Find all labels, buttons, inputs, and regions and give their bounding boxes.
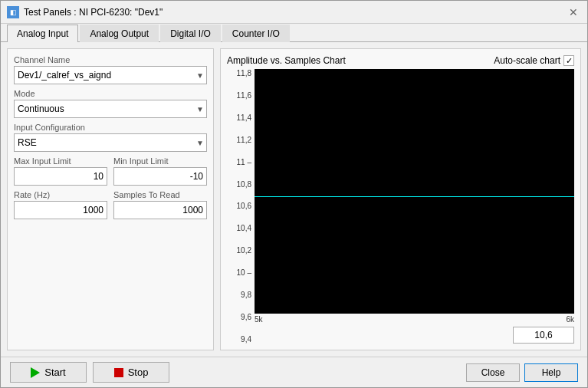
tab-bar: Analog Input Analog Output Digital I/O C… <box>1 24 587 42</box>
autoscale-checkbox[interactable]: ✓ <box>563 55 574 66</box>
stop-label: Stop <box>128 367 149 378</box>
chart-title: Amplitude vs. Samples Chart <box>227 55 346 66</box>
max-input-label: Max Input Limit <box>14 156 107 166</box>
rate-label: Rate (Hz) <box>14 190 107 199</box>
tab-analog-input[interactable]: Analog Input <box>7 25 78 42</box>
y-label-9: 10 – <box>237 268 251 277</box>
x-label-end: 6k <box>566 315 574 324</box>
chart-value-input[interactable] <box>513 327 574 344</box>
main-content: Channel Name Dev1/_calref_vs_aignd ▼ Mod… <box>1 42 587 357</box>
channel-name-label: Channel Name <box>14 55 207 64</box>
samples-field[interactable] <box>113 201 207 219</box>
help-button[interactable]: Help <box>524 363 578 382</box>
close-dialog-button[interactable]: Close <box>466 363 520 382</box>
min-input-field[interactable] <box>113 167 207 186</box>
min-input-group: Min Input Limit <box>113 156 207 186</box>
close-button[interactable]: ✕ <box>566 5 581 20</box>
stop-icon <box>114 368 123 377</box>
rate-samples-row: Rate (Hz) Samples To Read <box>14 190 207 219</box>
chart-area: 11,8 11,6 11,4 11,2 11 – 10,8 10,6 10,4 … <box>227 69 574 344</box>
action-buttons: Start Stop <box>10 362 169 383</box>
y-axis: 11,8 11,6 11,4 11,2 11 – 10,8 10,6 10,4 … <box>227 69 255 344</box>
bottom-bar: Start Stop Close Help <box>1 357 587 387</box>
rate-group: Rate (Hz) <box>14 190 107 219</box>
rate-field[interactable] <box>14 201 107 219</box>
x-label-start: 5k <box>255 315 263 324</box>
channel-name-wrapper: Dev1/_calref_vs_aignd ▼ <box>14 66 207 84</box>
limits-row: Max Input Limit Min Input Limit <box>14 156 207 186</box>
mode-label: Mode <box>14 89 207 98</box>
tab-analog-output[interactable]: Analog Output <box>80 25 159 42</box>
y-label-2: 11,4 <box>237 113 251 122</box>
max-input-group: Max Input Limit <box>14 156 107 186</box>
input-config-wrapper: RSE ▼ <box>14 133 207 152</box>
play-icon <box>31 367 40 378</box>
chart-inner: 5k 6k <box>255 69 574 344</box>
mode-wrapper: Continuous ▼ <box>14 100 207 118</box>
min-input-label: Min Input Limit <box>113 156 207 166</box>
mode-group: Mode Continuous ▼ <box>14 89 207 118</box>
signal-line <box>255 196 574 197</box>
y-label-4: 11 – <box>237 158 251 166</box>
right-panel: Amplitude vs. Samples Chart Auto-scale c… <box>220 48 581 350</box>
y-label-7: 10,4 <box>237 224 251 232</box>
left-panel: Channel Name Dev1/_calref_vs_aignd ▼ Mod… <box>7 48 214 350</box>
input-config-group: Input Configuration RSE ▼ <box>14 123 207 152</box>
tab-counter-io[interactable]: Counter I/O <box>222 25 290 42</box>
mode-select[interactable]: Continuous <box>14 100 207 118</box>
y-label-0: 11,8 <box>237 69 251 77</box>
start-label: Start <box>44 367 65 378</box>
autoscale-label-group: Auto-scale chart ✓ <box>494 55 574 66</box>
tab-digital-io[interactable]: Digital I/O <box>160 25 221 42</box>
y-label-10: 9,8 <box>241 291 251 299</box>
autoscale-text: Auto-scale chart <box>494 55 560 66</box>
y-label-8: 10,2 <box>237 246 251 255</box>
stop-button[interactable]: Stop <box>93 362 169 383</box>
chart-plot <box>255 69 574 314</box>
max-input-field[interactable] <box>14 167 107 186</box>
window-title: Test Panels : NI PCI-6230: "Dev1" <box>24 7 163 18</box>
app-icon: ◧ <box>7 6 19 18</box>
channel-name-select[interactable]: Dev1/_calref_vs_aignd <box>14 66 207 84</box>
dialog-buttons: Close Help <box>466 363 578 382</box>
chart-header: Amplitude vs. Samples Chart Auto-scale c… <box>227 55 574 66</box>
input-config-label: Input Configuration <box>14 123 207 132</box>
channel-name-group: Channel Name Dev1/_calref_vs_aignd ▼ <box>14 55 207 84</box>
start-button[interactable]: Start <box>10 362 87 383</box>
y-label-6: 10,6 <box>237 202 251 210</box>
y-label-12: 9,4 <box>241 335 251 344</box>
title-bar: ◧ Test Panels : NI PCI-6230: "Dev1" ✕ <box>1 1 587 24</box>
y-label-3: 11,2 <box>237 136 251 144</box>
y-label-11: 9,6 <box>241 313 251 321</box>
title-bar-left: ◧ Test Panels : NI PCI-6230: "Dev1" <box>7 6 163 18</box>
y-label-1: 11,6 <box>237 91 251 100</box>
y-label-5: 10,8 <box>237 180 251 189</box>
main-window: ◧ Test Panels : NI PCI-6230: "Dev1" ✕ An… <box>0 0 588 388</box>
input-config-select[interactable]: RSE <box>14 133 207 152</box>
x-axis: 5k 6k <box>255 314 574 324</box>
samples-group: Samples To Read <box>113 190 207 219</box>
samples-label: Samples To Read <box>113 190 207 199</box>
